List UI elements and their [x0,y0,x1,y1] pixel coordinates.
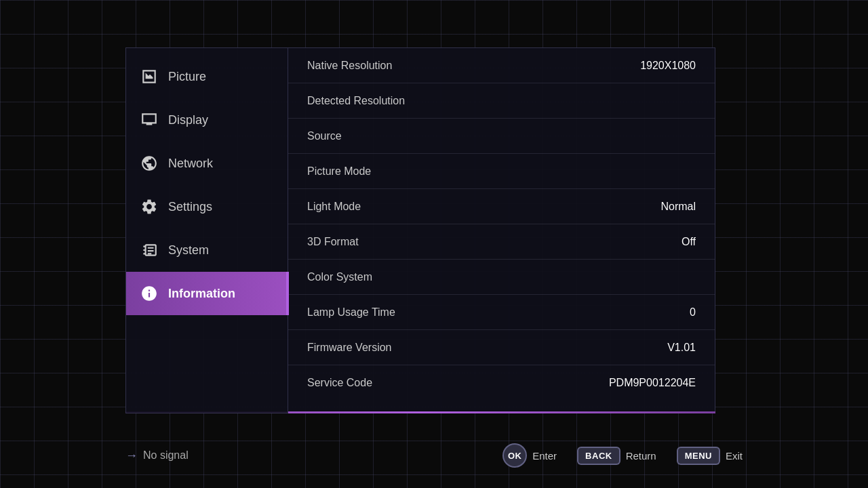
back-label: Return [626,450,656,462]
row-value-8: V1.01 [667,342,696,354]
row-value-9: PDM9P0012204E [609,377,696,389]
table-row: Source [288,119,715,154]
row-label-7: Lamp Usage Time [307,306,395,319]
no-signal-icon: → [125,449,138,463]
picture-icon [140,67,159,86]
sidebar-label-network: Network [168,157,213,171]
settings-table: Native Resolution 1920X1080 Detected Res… [288,48,715,401]
table-row: Light Mode Normal [288,189,715,224]
sidebar-item-network[interactable]: Network [126,142,288,185]
table-row: Color System [288,260,715,295]
table-row: Native Resolution 1920X1080 [288,48,715,83]
system-icon [140,241,159,260]
row-value-0: 1920X1080 [640,60,696,72]
row-label-6: Color System [307,271,372,283]
sidebar-item-information[interactable]: Information [126,272,288,315]
row-label-2: Source [307,130,342,142]
sidebar-label-picture: Picture [168,70,206,84]
no-signal-label: No signal [143,449,189,462]
content-panel: Native Resolution 1920X1080 Detected Res… [288,47,715,413]
table-row: Lamp Usage Time 0 [288,295,715,330]
button-group: OK Enter BACK Return MENU Exit [502,443,743,468]
row-label-5: 3D Format [307,236,359,248]
sidebar-label-system: System [168,243,209,258]
sidebar-item-display[interactable]: Display [126,98,288,142]
table-row: 3D Format Off [288,224,715,260]
menu-badge: MENU [677,447,720,465]
menu-button-item[interactable]: MENU Exit [677,447,743,465]
sidebar-label-display: Display [168,113,208,127]
ok-label: Enter [532,450,557,462]
row-label-3: Picture Mode [307,165,371,178]
row-label-0: Native Resolution [307,60,392,72]
sidebar-label-settings: Settings [168,200,212,214]
row-value-5: Off [682,236,696,248]
main-container: Picture Display Network [125,47,715,413]
row-value-7: 0 [690,306,696,319]
row-value-4: Normal [660,201,696,213]
network-icon [140,154,159,173]
back-button-item[interactable]: BACK Return [577,447,656,465]
row-label-4: Light Mode [307,201,361,213]
table-row: Detected Resolution [288,83,715,119]
sidebar-item-settings[interactable]: Settings [126,185,288,228]
table-row: Picture Mode [288,154,715,189]
row-label-9: Service Code [307,377,372,389]
table-row: Firmware Version V1.01 [288,330,715,365]
sidebar-label-information: Information [168,287,235,301]
ok-button-item[interactable]: OK Enter [502,443,557,468]
bottom-bar: → No signal OK Enter BACK Return MENU Ex… [125,443,743,468]
ok-badge: OK [502,443,527,468]
info-icon [140,284,159,303]
settings-icon [140,197,159,216]
display-icon [140,110,159,129]
sidebar: Picture Display Network [125,47,288,413]
table-row: Service Code PDM9P0012204E [288,365,715,401]
panel-bottom-line [288,411,715,413]
row-label-8: Firmware Version [307,342,391,354]
back-badge: BACK [577,447,620,465]
no-signal-status: → No signal [125,449,189,463]
sidebar-item-picture[interactable]: Picture [126,55,288,98]
menu-label: Exit [726,450,743,462]
row-label-1: Detected Resolution [307,95,405,107]
sidebar-item-system[interactable]: System [126,228,288,272]
